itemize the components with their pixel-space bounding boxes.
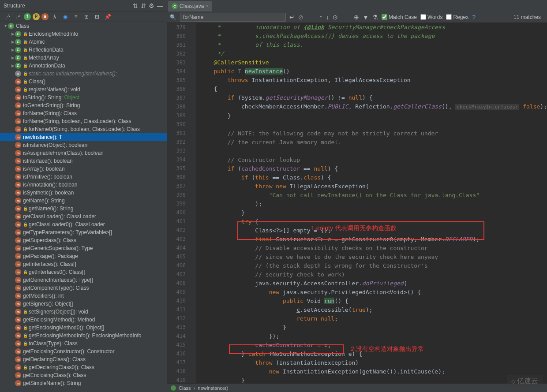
settings-icon[interactable]: ⚙: [149, 2, 154, 9]
tree-item[interactable]: m🔒getDeclaringClass0(): Class: [0, 363, 167, 371]
funnel-icon[interactable]: ⚗: [372, 14, 378, 21]
tree-item[interactable]: mforName(String, boolean, ClassLoader): …: [0, 117, 167, 125]
tree-item[interactable]: mforName(String): Class: [0, 109, 167, 117]
expand-icon[interactable]: ⇅: [133, 2, 138, 9]
method-icon: m: [15, 348, 21, 355]
minimize-icon[interactable]: —: [157, 2, 163, 9]
tree-item[interactable]: mgetInterfaces(): Class[]: [0, 260, 167, 268]
collapse-all-icon[interactable]: ⊟: [93, 12, 101, 21]
tree-item[interactable]: misAssignableFrom(Class): boolean: [0, 149, 167, 157]
pin-icon[interactable]: 📌: [103, 12, 112, 21]
method-icon: m: [15, 213, 21, 220]
tree-item[interactable]: ▶C🔒Atomic: [0, 38, 167, 46]
class-icon: [171, 385, 176, 391]
target-icon[interactable]: ◉: [61, 12, 70, 21]
expand-all-icon[interactable]: ⊞: [82, 12, 91, 21]
autoscroll-icon[interactable]: ≡: [71, 12, 80, 21]
tree-item[interactable]: ▶C🔒ReflectionData: [0, 46, 167, 54]
tree-item[interactable]: mtoGenericString(): String: [0, 101, 167, 109]
method-icon: m: [15, 380, 21, 386]
code-content[interactable]: * invocation of {@link SecurityManager#c…: [196, 23, 547, 383]
tree-item[interactable]: mgetEnclosingMethod(): Method: [0, 316, 167, 324]
tree-item[interactable]: mgetEnclosingClass(): Class: [0, 371, 167, 379]
tree-item[interactable]: mgetComponentType(): Class: [0, 284, 167, 292]
structure-title: Structure: [4, 3, 133, 9]
match-case-checkbox[interactable]: Match Case: [382, 14, 417, 20]
tree-item[interactable]: m🔒getEnclosingMethodInfo(): EnclosingMet…: [0, 332, 167, 340]
tree-item[interactable]: ▼CClass: [0, 22, 167, 30]
filter-icon[interactable]: ▼: [363, 14, 369, 21]
tree-item[interactable]: m🔒getName0(): String: [0, 205, 167, 213]
tree-item[interactable]: misInstance(Object): boolean: [0, 141, 167, 149]
method-icon: m: [15, 340, 21, 347]
tree-item[interactable]: mgetEnclosingConstructor(): Constructor: [0, 347, 167, 355]
tree-item[interactable]: m🔒toClass(Type): Class: [0, 340, 167, 347]
sort-alpha-icon[interactable]: ↓ᴬ: [3, 12, 11, 21]
structure-tree[interactable]: ▼CClass▶C🔒EnclosingMethodInfo▶C🔒Atomic▶C…: [0, 22, 167, 392]
tree-item[interactable]: mnewInstance(): T: [0, 133, 167, 141]
tree-item[interactable]: m🔒getEnclosingMethod0(): Object[]: [0, 324, 167, 332]
help-icon[interactable]: ?: [472, 14, 476, 21]
show-fields-icon[interactable]: f: [24, 13, 31, 20]
tree-item[interactable]: mgetSimpleName(): String: [0, 379, 167, 387]
history-icon[interactable]: ↵: [289, 14, 295, 21]
method-icon: m: [15, 309, 21, 315]
static-icon: s: [15, 71, 21, 77]
add-selection-icon[interactable]: ⊕: [354, 14, 359, 21]
code-editor[interactable]: 379 380 381 382 383 384 385 386 387 388 …: [167, 23, 547, 383]
tree-item[interactable]: mgetDeclaringClass(): Class: [0, 355, 167, 363]
method-icon: m: [15, 166, 21, 172]
tab-class-java[interactable]: C Class.java ×: [168, 1, 212, 11]
method-icon: m: [15, 134, 21, 140]
prev-match-icon[interactable]: ↑: [319, 14, 322, 21]
class-icon: C: [8, 23, 14, 29]
words-checkbox[interactable]: Words: [420, 14, 442, 20]
lock-icon: 🔒: [23, 32, 28, 36]
regex-checkbox[interactable]: Regex: [446, 14, 468, 20]
tree-item[interactable]: misSynthetic(): boolean: [0, 189, 167, 197]
lock-icon: 🔒: [23, 222, 28, 227]
tree-item[interactable]: m🔒Class(): [0, 78, 167, 86]
tree-item[interactable]: mgetGenericSuperclass(): Type: [0, 244, 167, 252]
tree-item[interactable]: m🔒forName0(String, boolean, ClassLoader)…: [0, 125, 167, 133]
lock-icon: 🔒: [23, 56, 28, 60]
lock-icon: 🔒: [23, 127, 28, 131]
tree-item[interactable]: m🔒getInterfaces0(): Class[]: [0, 268, 167, 276]
tree-item[interactable]: ▶C🔒AnnotationData: [0, 62, 167, 70]
tree-item[interactable]: mgetModifiers(): int: [0, 292, 167, 300]
collapse-icon[interactable]: ⇵: [141, 2, 146, 9]
close-icon[interactable]: ×: [206, 3, 209, 9]
tree-item[interactable]: s🔒static class initializer registerNativ…: [0, 70, 167, 78]
tree-item[interactable]: mgetPackage(): Package: [0, 252, 167, 260]
clear-search-icon[interactable]: ⊘: [298, 14, 303, 21]
next-match-icon[interactable]: ↓: [326, 14, 329, 21]
class-icon: C: [15, 31, 21, 37]
tree-item[interactable]: m🔒setSigners(Object[]): void: [0, 308, 167, 316]
tree-item[interactable]: ▶C🔒MethodArray: [0, 54, 167, 62]
tree-item[interactable]: ▶C🔒EnclosingMethodInfo: [0, 30, 167, 38]
method-icon: m: [15, 190, 21, 196]
tree-item[interactable]: mtoString(): String ↑Object: [0, 93, 167, 101]
sort-visibility-icon[interactable]: ↓ᶻ: [13, 12, 22, 21]
tree-item[interactable]: mgetTypeParameters(): TypeVariable>[]: [0, 228, 167, 236]
tree-item[interactable]: misArray(): boolean: [0, 165, 167, 173]
tree-item[interactable]: m🔒getClassLoader0(): ClassLoader: [0, 220, 167, 228]
show-lambda-icon[interactable]: λ: [50, 12, 59, 21]
tree-item[interactable]: misAnnotation(): boolean: [0, 181, 167, 189]
show-properties-icon[interactable]: P: [33, 13, 40, 20]
tree-item[interactable]: mgetClassLoader(): ClassLoader: [0, 213, 167, 220]
search-input[interactable]: [180, 13, 286, 22]
tree-item[interactable]: mgetName(): String: [0, 197, 167, 205]
method-icon: m: [15, 94, 21, 101]
method-icon: m: [15, 253, 21, 259]
tree-item[interactable]: misInterface(): boolean: [0, 157, 167, 165]
select-all-icon[interactable]: ⊙: [333, 14, 338, 21]
tree-item[interactable]: m🔒registerNatives(): void: [0, 86, 167, 93]
tree-item[interactable]: misPrimitive(): boolean: [0, 173, 167, 181]
fold-gutter[interactable]: [189, 23, 196, 383]
tree-item[interactable]: mgetSigners(): Object[]: [0, 300, 167, 308]
show-anon-icon[interactable]: a: [41, 13, 49, 20]
breadcrumb[interactable]: Class › newInstance(): [167, 383, 547, 392]
tree-item[interactable]: mgetGenericInterfaces(): Type[]: [0, 276, 167, 284]
tree-item[interactable]: mgetSuperclass(): Class: [0, 236, 167, 244]
